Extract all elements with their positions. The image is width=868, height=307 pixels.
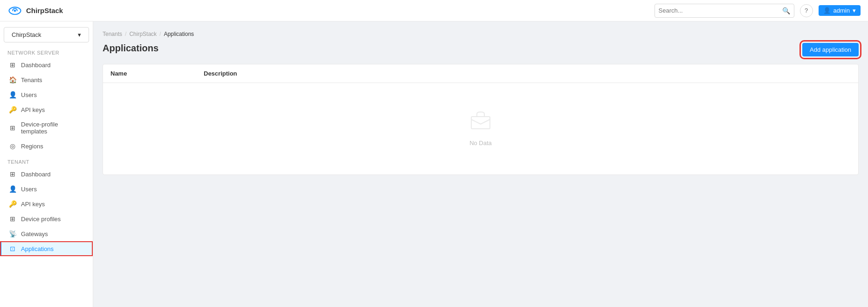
svg-rect-1: [471, 117, 490, 129]
empty-icon: [469, 111, 492, 134]
applications-icon: ⊡: [9, 245, 16, 252]
tenant-section-label: Tenant: [0, 154, 93, 167]
sidebar-item-dashboard-tenant[interactable]: ⊞ Dashboard: [0, 167, 93, 181]
breadcrumb-tenants[interactable]: Tenants: [103, 31, 122, 37]
breadcrumb-chirpstack[interactable]: ChirpStack: [129, 31, 157, 37]
sidebar-item-gateways[interactable]: 📡 Gateways: [0, 226, 93, 241]
sidebar-item-label: Tenants: [21, 77, 42, 84]
sidebar-item-users-ns[interactable]: 👤 Users: [0, 87, 93, 102]
api-keys-t-icon: 🔑: [9, 200, 16, 208]
admin-label: admin: [834, 7, 850, 14]
regions-icon: ◎: [9, 142, 16, 150]
sidebar-item-users-tenant[interactable]: 👤 Users: [0, 181, 93, 196]
sidebar-item-api-keys-tenant[interactable]: 🔑 API keys: [0, 196, 93, 211]
sidebar-item-label: Dashboard: [21, 171, 51, 178]
sidebar-item-label: Users: [21, 91, 37, 98]
top-header: ChirpStack 🔍 ? 👤 admin ▾: [0, 0, 868, 21]
header-right: 🔍 ? 👤 admin ▾: [654, 4, 861, 18]
breadcrumb-sep-1: /: [125, 31, 126, 37]
api-keys-ns-icon: 🔑: [9, 106, 16, 113]
sidebar-item-api-keys-ns[interactable]: 🔑 API keys: [0, 102, 93, 117]
sidebar-item-device-profiles[interactable]: ⊞ Device profiles: [0, 211, 93, 226]
column-description: Description: [204, 70, 851, 77]
breadcrumb-current: Applications: [164, 31, 194, 37]
sidebar-item-label: API keys: [21, 106, 45, 113]
admin-chevron-icon: ▾: [853, 7, 856, 14]
logo: ChirpStack: [7, 6, 63, 16]
users-t-icon: 👤: [9, 185, 16, 193]
sidebar: ChirpStack ▾ Network Server ⊞ Dashboard …: [0, 21, 93, 307]
sidebar-item-applications[interactable]: ⊡ Applications: [0, 241, 93, 256]
tenant-name: ChirpStack: [12, 31, 41, 38]
sidebar-item-label: Device-profile templates: [21, 121, 85, 135]
logo-icon: [7, 6, 22, 16]
sidebar-item-label: API keys: [21, 201, 45, 208]
page-title: Applications: [103, 43, 158, 54]
sidebar-item-label: Users: [21, 186, 37, 193]
dashboard-t-icon: ⊞: [9, 170, 16, 178]
logo-text: ChirpStack: [26, 7, 63, 14]
search-box: 🔍: [654, 4, 794, 18]
help-button[interactable]: ?: [800, 4, 813, 17]
sidebar-item-label: Device profiles: [21, 216, 61, 223]
page-header: Applications Add application: [103, 43, 859, 56]
svg-point-0: [14, 9, 16, 12]
sidebar-item-label: Gateways: [21, 230, 48, 237]
applications-table: Name Description No Data: [103, 64, 859, 175]
table-empty-state: No Data: [103, 83, 858, 174]
add-application-button[interactable]: Add application: [802, 43, 859, 56]
column-name: Name: [110, 70, 204, 77]
search-button[interactable]: 🔍: [782, 7, 790, 14]
tenant-selector[interactable]: ChirpStack ▾: [4, 27, 89, 42]
gateways-icon: 📡: [9, 230, 16, 237]
search-input[interactable]: [659, 7, 782, 14]
sidebar-item-label: Dashboard: [21, 62, 51, 69]
network-server-section-label: Network Server: [0, 44, 93, 57]
table-header: Name Description: [103, 64, 858, 83]
users-ns-icon: 👤: [9, 91, 16, 98]
tenants-icon: 🏠: [9, 76, 16, 84]
admin-menu-button[interactable]: 👤 admin ▾: [819, 5, 861, 16]
device-profile-templates-icon: ⊞: [9, 124, 16, 132]
empty-text: No Data: [469, 140, 492, 147]
device-profiles-icon: ⊞: [9, 215, 16, 223]
breadcrumb: Tenants / ChirpStack / Applications: [103, 31, 859, 37]
main-layout: ChirpStack ▾ Network Server ⊞ Dashboard …: [0, 21, 868, 307]
sidebar-item-regions[interactable]: ◎ Regions: [0, 139, 93, 154]
tenant-chevron-icon: ▾: [78, 31, 81, 38]
sidebar-item-device-profile-templates[interactable]: ⊞ Device-profile templates: [0, 117, 93, 139]
sidebar-item-label: Regions: [21, 143, 43, 150]
sidebar-item-dashboard-ns[interactable]: ⊞ Dashboard: [0, 57, 93, 72]
main-content: Tenants / ChirpStack / Applications Appl…: [93, 21, 868, 307]
breadcrumb-sep-2: /: [159, 31, 161, 37]
sidebar-item-label: Applications: [21, 245, 54, 252]
dashboard-ns-icon: ⊞: [9, 61, 16, 69]
admin-icon: 👤: [823, 7, 831, 14]
sidebar-item-tenants[interactable]: 🏠 Tenants: [0, 72, 93, 87]
